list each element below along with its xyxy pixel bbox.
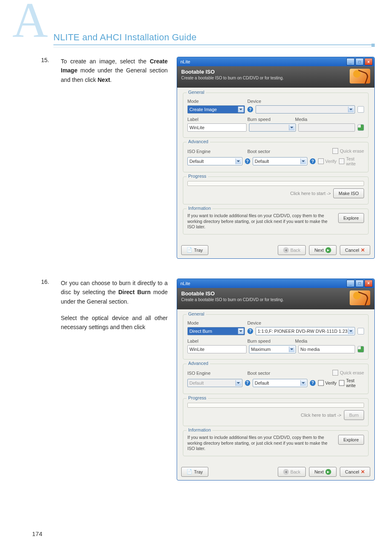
next-button[interactable]: Next ►	[309, 245, 337, 255]
group-advanced-legend: Advanced	[187, 139, 210, 144]
tray-button[interactable]: 📄 Tray	[181, 467, 208, 477]
explore-button[interactable]: Explore	[338, 435, 364, 445]
device-browse-icon[interactable]	[357, 106, 364, 113]
window-title: nLite	[179, 281, 346, 286]
minimize-button[interactable]: _	[346, 58, 355, 65]
boot-sector-help-icon[interactable]: ?	[310, 380, 315, 386]
media-refresh-icon[interactable]	[357, 346, 364, 353]
group-general-legend: General	[187, 90, 206, 95]
next-arrow-icon: ►	[325, 469, 331, 475]
header-rule	[53, 44, 371, 47]
banner-subtitle: Create a bootable ISO to burn on CD/DVD …	[181, 297, 284, 302]
label-input-value: WinLite	[189, 347, 205, 352]
step-15-text-pre: To create an image, select the	[61, 58, 150, 65]
label-media: Media	[295, 339, 307, 343]
burnspeed-dropdown	[249, 123, 296, 132]
device-dropdown	[256, 105, 355, 114]
appendix-letter: A	[12, 0, 48, 45]
iso-engine-dropdown[interactable]: Default	[187, 157, 242, 165]
label-iso-engine: ISO Engine	[187, 371, 210, 376]
cancel-label: Cancel	[345, 469, 359, 474]
group-advanced: Advanced ISO Engine Boot sector Quick er…	[183, 142, 369, 172]
nlite-logo-icon	[350, 69, 370, 84]
media-field: No media	[298, 345, 355, 353]
group-advanced: Advanced ISO Engine Boot sector Quick er…	[183, 364, 369, 394]
maximize-button[interactable]: □	[355, 58, 364, 65]
dialog-footer: 📄 Tray ◄ Back Next ► Cancel ✕	[177, 243, 374, 258]
back-button: ◄ Back	[278, 467, 306, 477]
label-input-value: WinLite	[189, 125, 205, 130]
group-general: General Mode Device Create Image ?	[183, 93, 369, 138]
next-button[interactable]: Next ►	[309, 467, 337, 477]
back-label: Back	[291, 248, 300, 253]
progress-bar	[187, 181, 364, 186]
banner-title: Bootable ISO	[181, 290, 284, 297]
information-text: If you want to include additional files …	[187, 213, 334, 230]
cancel-x-icon: ✕	[361, 469, 365, 475]
media-field	[298, 123, 355, 132]
window-title: nLite	[179, 59, 346, 64]
step-16-number: 16.	[41, 278, 61, 285]
back-label: Back	[291, 469, 300, 474]
explore-button[interactable]: Explore	[338, 213, 364, 223]
label-burnspeed: Burn speed	[247, 117, 270, 122]
tray-button[interactable]: 📄 Tray	[181, 245, 208, 255]
banner: Bootable ISO Create a bootable ISO to bu…	[177, 66, 374, 88]
testwrite-checkbox[interactable]: Test write	[339, 378, 364, 388]
step-15-text: To create an image, select the Create Im…	[61, 57, 168, 84]
group-information-legend: Information	[187, 206, 212, 211]
banner-subtitle: Create a bootable ISO to burn on CD/DVD …	[181, 76, 284, 80]
make-iso-button[interactable]: Make ISO	[333, 188, 364, 198]
banner: Bootable ISO Create a bootable ISO to bu…	[177, 288, 374, 309]
back-button: ◄ Back	[278, 245, 306, 255]
burnspeed-dropdown[interactable]: Maximum	[249, 345, 296, 353]
group-progress: Progress Click here to start -> Burn	[183, 398, 369, 426]
iso-engine-help-icon[interactable]: ?	[245, 380, 250, 386]
close-button[interactable]: ×	[364, 58, 373, 65]
label-iso-engine: ISO Engine	[187, 149, 210, 154]
next-arrow-icon: ►	[325, 247, 331, 253]
step-16-kw1: Direct Burn	[118, 289, 151, 295]
group-information-legend: Information	[187, 427, 212, 432]
group-progress-legend: Progress	[187, 174, 208, 179]
iso-engine-help-icon[interactable]: ?	[245, 158, 250, 164]
maximize-button[interactable]: □	[355, 280, 364, 287]
cancel-x-icon: ✕	[361, 247, 365, 253]
nlite-logo-icon	[350, 290, 370, 305]
information-text: If you want to include additional files …	[187, 435, 334, 452]
verify-checkbox[interactable]: Verify	[318, 380, 337, 386]
quickerase-label: Quick erase	[340, 149, 364, 153]
label-label: Label	[187, 117, 198, 122]
quickerase-checkbox: Quick erase	[332, 370, 364, 376]
tray-label: Tray	[194, 248, 203, 253]
media-refresh-icon[interactable]	[357, 124, 364, 131]
label-input[interactable]: WinLite	[187, 345, 247, 353]
testwrite-checkbox: Test write	[339, 156, 364, 166]
device-dropdown[interactable]: 1:1:0,F: PIONEER DVD-RW DVR-111D 1.23	[256, 327, 355, 335]
boot-sector-dropdown[interactable]: Default	[253, 379, 308, 387]
step-15-text-post: .	[110, 77, 112, 83]
step-16-text: Or you can choose to burn it directly to…	[61, 278, 168, 332]
start-hint: Click here to start ->	[301, 413, 341, 418]
mode-dropdown[interactable]: Direct Burn	[187, 327, 245, 335]
boot-sector-help-icon[interactable]: ?	[310, 158, 315, 164]
mode-help-icon[interactable]: ?	[247, 328, 253, 334]
device-browse-icon[interactable]	[357, 328, 364, 334]
progress-bar	[187, 403, 364, 408]
label-device: Device	[247, 99, 364, 104]
quickerase-checkbox: Quick erase	[332, 148, 364, 154]
iso-engine-value: Default	[189, 381, 204, 385]
page-number: 174	[32, 530, 42, 537]
mode-help-icon[interactable]: ?	[247, 107, 253, 112]
titlebar: nLite _ □ ×	[177, 279, 374, 288]
mode-value: Direct Burn	[189, 329, 212, 334]
close-button[interactable]: ×	[364, 280, 373, 287]
minimize-button[interactable]: _	[346, 280, 355, 287]
label-input[interactable]: WinLite	[187, 123, 247, 132]
label-mode: Mode	[187, 99, 245, 104]
cancel-button[interactable]: Cancel ✕	[340, 467, 370, 477]
mode-dropdown[interactable]: Create Image	[187, 105, 245, 114]
cancel-button[interactable]: Cancel ✕	[340, 245, 370, 255]
boot-sector-dropdown[interactable]: Default	[253, 157, 308, 165]
group-general-legend: General	[187, 311, 206, 316]
